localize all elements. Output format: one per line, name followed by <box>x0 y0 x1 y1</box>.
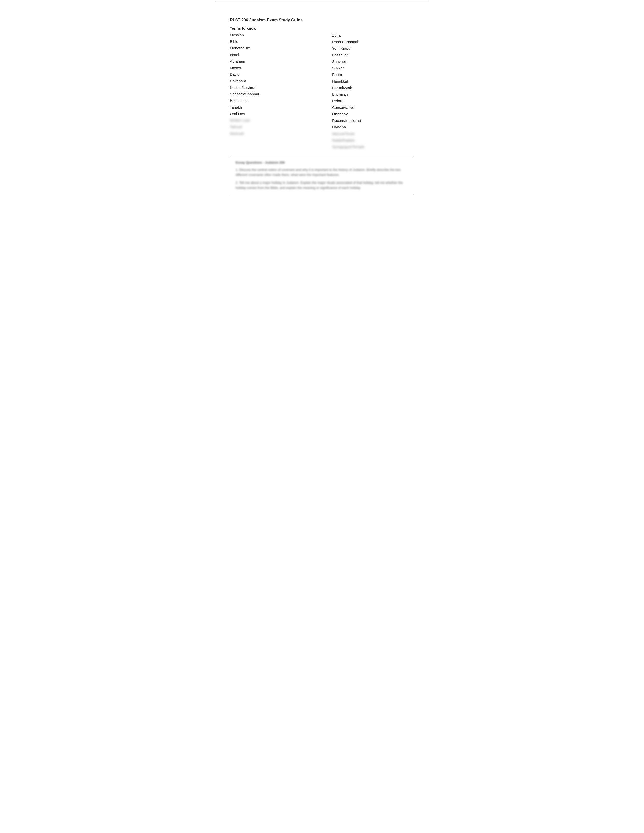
left-term-7: Covenant <box>230 79 312 83</box>
right-term-2: Yom Kippur <box>332 46 414 50</box>
right-term-7: Hanukkah <box>332 79 414 83</box>
left-term-3: Israel <box>230 53 312 57</box>
right-term-9: Brit milah <box>332 92 414 96</box>
left-term-14: Talmud <box>230 125 312 129</box>
essay-title: Essay Questions - Judaism 206 <box>236 161 408 164</box>
right-term-1: Rosh Hashanah <box>332 40 414 44</box>
left-term-1: Bible <box>230 39 312 43</box>
left-term-13: Written Law <box>230 118 312 122</box>
right-term-8: Bar mitzvah <box>332 85 414 90</box>
right-column: ZoharRosh HashanahYom KippurPassoverShav… <box>322 18 414 151</box>
left-column: RLST 206 Judaism Exam Study Guide Terms … <box>230 18 322 151</box>
right-term-12: Orthodox <box>332 112 414 116</box>
right-terms-list: ZoharRosh HashanahYom KippurPassoverShav… <box>332 33 414 149</box>
essay-para-0: 1. Discuss the central notion of covenan… <box>236 167 408 177</box>
right-term-5: Sukkot <box>332 66 414 70</box>
essay-para-1: 2. Tell me about a major holiday in Juda… <box>236 180 408 190</box>
right-term-16: Rabbi/Rabbis <box>332 138 414 142</box>
right-term-13: Reconstructionist <box>332 118 414 123</box>
right-term-14: Halacha <box>332 125 414 129</box>
terms-subtitle: Terms to know: <box>230 26 312 30</box>
left-term-8: Kosher/kashrut <box>230 85 312 90</box>
right-term-4: Shavuot <box>332 60 414 64</box>
left-term-15: Mishnah <box>230 131 312 135</box>
right-term-11: Conservative <box>332 105 414 109</box>
two-column-layout: RLST 206 Judaism Exam Study Guide Terms … <box>230 18 414 151</box>
left-term-2: Monotheism <box>230 46 312 50</box>
right-term-10: Reform <box>332 99 414 103</box>
right-term-6: Purim <box>332 72 414 77</box>
left-term-4: Abraham <box>230 59 312 63</box>
right-term-15: Mitzvot/Torah <box>332 132 414 136</box>
left-term-11: Tanakh <box>230 105 312 109</box>
essay-box: Essay Questions - Judaism 206 1. Discuss… <box>230 156 414 195</box>
page-content: RLST 206 Judaism Exam Study Guide Terms … <box>215 10 429 210</box>
essay-paragraphs: 1. Discuss the central notion of covenan… <box>236 167 408 190</box>
right-term-3: Passover <box>332 53 414 57</box>
left-term-9: Sabbath/Shabbat <box>230 92 312 96</box>
left-term-5: Moses <box>230 66 312 70</box>
left-term-12: Oral Law <box>230 112 312 116</box>
left-terms-list: MessiahBibleMonotheismIsraelAbrahamMoses… <box>230 33 312 135</box>
left-term-0: Messiah <box>230 33 312 37</box>
right-term-17: Synagogue/Temple <box>332 145 414 149</box>
right-term-0: Zohar <box>332 33 414 37</box>
top-divider <box>215 0 429 0</box>
left-term-10: Holocaust <box>230 98 312 103</box>
left-term-6: David <box>230 72 312 77</box>
page-title: RLST 206 Judaism Exam Study Guide <box>230 18 312 23</box>
